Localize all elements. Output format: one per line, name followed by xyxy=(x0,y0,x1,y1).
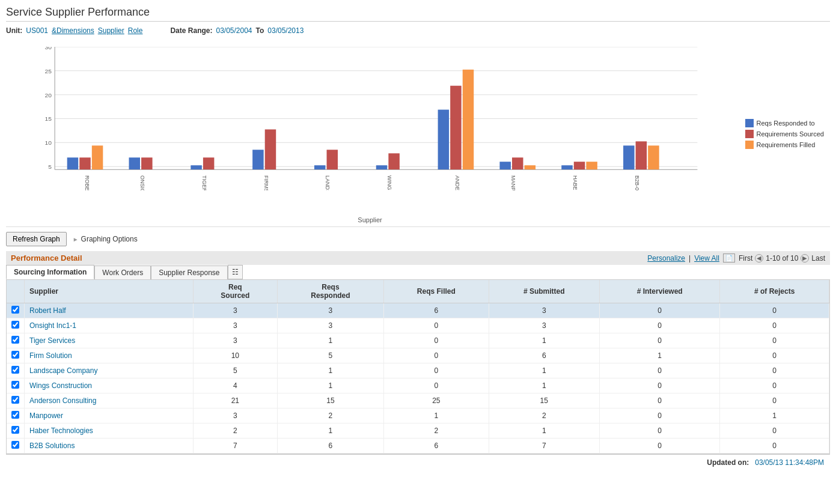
row-checkbox-cell[interactable] xyxy=(7,378,25,393)
col-supplier: Supplier xyxy=(25,280,194,303)
row-checkbox[interactable] xyxy=(11,366,19,374)
tab-supplier-response[interactable]: Supplier Response xyxy=(151,266,227,279)
chart-svg: 30 25 20 15 10 5 ROBERHALF-001 xyxy=(30,47,710,190)
supplier-name: Robert Half xyxy=(25,303,194,318)
reqs-responded: 2 xyxy=(277,408,383,424)
row-checkbox-cell[interactable] xyxy=(7,424,25,439)
table-row: Wings Construction 4 1 0 1 0 0 xyxy=(7,378,829,393)
row-checkbox[interactable] xyxy=(11,351,19,359)
row-checkbox-cell[interactable] xyxy=(7,393,25,408)
reqs-filled: 6 xyxy=(384,303,489,318)
supplier-link[interactable]: Anderson Consulting xyxy=(29,396,96,405)
chart-legend: Reqs Responded to Requirements Sourced R… xyxy=(745,119,824,149)
col-reqs-responded: ReqsResponded xyxy=(277,280,383,303)
row-checkbox-cell[interactable] xyxy=(7,303,25,318)
supplier-link[interactable]: Robert Half xyxy=(29,306,66,315)
rejects: 1 xyxy=(720,408,829,424)
reqs-responded: 1 xyxy=(277,424,383,439)
supplier-link[interactable]: B2B Solutions xyxy=(29,442,75,450)
svg-text:LANDSCAPE-001: LANDSCAPE-001 xyxy=(325,175,331,190)
supplier-link[interactable]: Firm Solution xyxy=(29,351,72,360)
section-title: Performance Detail xyxy=(11,254,82,263)
svg-rect-25 xyxy=(265,129,276,169)
next-page-button[interactable]: ▶ xyxy=(801,254,809,263)
legend-item-sourced: Requirements Sourced xyxy=(745,130,824,138)
supplier-link[interactable]: Wings Construction xyxy=(29,381,92,390)
table-row: Landscape Company 5 1 0 1 0 0 xyxy=(7,363,829,378)
date-to: 03/05/2013 xyxy=(267,26,304,35)
req-sourced: 4 xyxy=(193,378,277,393)
row-checkbox-cell[interactable] xyxy=(7,408,25,424)
row-checkbox[interactable] xyxy=(11,441,19,449)
svg-rect-21 xyxy=(191,165,202,169)
supplier-link[interactable]: Tiger Services xyxy=(29,336,75,345)
reqs-responded: 1 xyxy=(277,363,383,378)
view-all-link[interactable]: View All xyxy=(694,254,719,263)
interviewed: 1 xyxy=(600,348,720,363)
row-checkbox[interactable] xyxy=(11,321,19,329)
dimensions-link[interactable]: &Dimensions xyxy=(52,26,94,35)
row-checkbox[interactable] xyxy=(11,411,19,419)
footer-updated-label: Updated on: xyxy=(707,458,749,467)
row-checkbox-cell[interactable] xyxy=(7,363,25,378)
refresh-graph-button[interactable]: Refresh Graph xyxy=(6,232,67,246)
row-checkbox-cell[interactable] xyxy=(7,348,25,363)
legend-label-filled: Requirements Filled xyxy=(756,141,815,148)
interviewed: 0 xyxy=(600,303,720,318)
rejects: 0 xyxy=(720,318,829,333)
svg-text:25: 25 xyxy=(45,68,52,74)
supplier-link[interactable]: Onsight Inc1-1 xyxy=(29,321,76,330)
supplier-link[interactable]: Haber Technologies xyxy=(29,427,93,435)
tab-settings-icon[interactable]: ☷ xyxy=(228,265,243,279)
supplier-link[interactable]: Landscape Company xyxy=(29,366,97,375)
svg-text:WINGS-001: WINGS-001 xyxy=(386,175,392,190)
tabs: Sourcing Information Work Orders Supplie… xyxy=(6,265,830,279)
reqs-filled: 2 xyxy=(384,424,489,439)
row-checkbox[interactable] xyxy=(11,426,19,434)
submitted: 1 xyxy=(489,424,599,439)
legend-color-filled xyxy=(745,141,754,149)
row-checkbox[interactable] xyxy=(11,306,19,314)
req-sourced: 7 xyxy=(193,439,277,454)
svg-rect-45 xyxy=(623,145,635,169)
svg-rect-34 xyxy=(450,86,462,169)
interviewed: 0 xyxy=(600,363,720,378)
svg-rect-31 xyxy=(388,153,400,169)
row-checkbox[interactable] xyxy=(11,396,19,404)
col-interviewed: # Interviewed xyxy=(600,280,720,303)
tab-sourcing-information[interactable]: Sourcing Information xyxy=(6,265,94,279)
svg-text:FIRMSOLU001: FIRMSOLU001 xyxy=(263,175,269,190)
submitted: 3 xyxy=(489,318,599,333)
svg-rect-19 xyxy=(141,157,153,169)
row-checkbox-cell[interactable] xyxy=(7,333,25,348)
tab-work-orders[interactable]: Work Orders xyxy=(94,266,151,279)
svg-rect-22 xyxy=(203,157,215,169)
export-icon[interactable]: 📄 xyxy=(723,254,735,263)
supplier-name: Tiger Services xyxy=(25,333,194,348)
req-sourced: 3 xyxy=(193,318,277,333)
row-checkbox[interactable] xyxy=(11,336,19,344)
interviewed: 0 xyxy=(600,424,720,439)
supplier-name: B2B Solutions xyxy=(25,439,194,454)
role-link[interactable]: Role xyxy=(128,26,143,35)
table-row: Robert Half 3 3 6 3 0 0 xyxy=(7,303,829,318)
interviewed: 0 xyxy=(600,393,720,408)
row-checkbox[interactable] xyxy=(11,381,19,389)
svg-text:ONSIGHT-001: ONSIGHT-001 xyxy=(139,175,145,190)
graphing-options[interactable]: ► Graphing Options xyxy=(73,235,138,243)
pagination: First ◀ 1-10 of 10 ▶ Last xyxy=(739,254,825,263)
svg-text:15: 15 xyxy=(45,116,52,123)
supplier-name: Manpower xyxy=(25,408,194,424)
personalize-link[interactable]: Personalize xyxy=(647,254,685,263)
supplier-link[interactable]: Manpower xyxy=(29,411,63,420)
interviewed: 0 xyxy=(600,378,720,393)
svg-text:B2B-001: B2B-001 xyxy=(634,175,640,190)
row-checkbox-cell[interactable] xyxy=(7,318,25,333)
rejects: 0 xyxy=(720,363,829,378)
prev-page-button[interactable]: ◀ xyxy=(755,254,763,263)
req-sourced: 3 xyxy=(193,333,277,348)
supplier-link[interactable]: Supplier xyxy=(98,26,124,35)
row-checkbox-cell[interactable] xyxy=(7,439,25,454)
svg-text:HABERTECH-001: HABERTECH-001 xyxy=(572,175,578,190)
svg-rect-33 xyxy=(438,110,450,170)
